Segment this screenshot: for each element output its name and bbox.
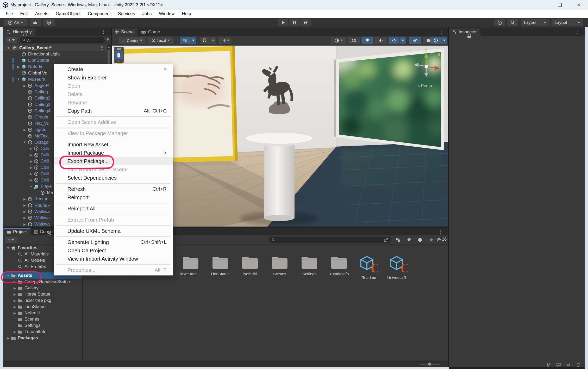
- menu-jobs[interactable]: Jobs: [139, 11, 155, 16]
- sync-icon[interactable]: [576, 362, 581, 367]
- project-search-input[interactable]: [269, 237, 391, 243]
- bell-slash-icon[interactable]: [546, 362, 551, 367]
- tab-inspector[interactable]: Inspector: [449, 28, 480, 36]
- thumbnail-zoom-slider[interactable]: [419, 364, 440, 365]
- message-bubble-icon[interactable]: [556, 362, 561, 367]
- menu-item-open-c-project[interactable]: Open C# Project: [54, 246, 173, 255]
- asset-tutorialinfo[interactable]: TutorialInfo: [325, 256, 353, 276]
- picker-icon[interactable]: [104, 38, 109, 42]
- menu-item-reimport-all[interactable]: Reimport All: [54, 204, 173, 213]
- asset-readme[interactable]: {}Readme: [355, 256, 383, 280]
- tab-hierarchy[interactable]: Hierarchy: [3, 28, 35, 36]
- menu-edit[interactable]: Edit: [16, 11, 31, 16]
- menu-window[interactable]: Window: [155, 11, 178, 16]
- picker-icon[interactable]: [384, 238, 388, 242]
- account-button[interactable]: AB: [4, 19, 28, 26]
- menu-services[interactable]: Services: [114, 11, 139, 16]
- hierarchy-search-input[interactable]: All: [20, 37, 105, 43]
- audio-toggle-button[interactable]: [375, 37, 387, 44]
- menu-item-show-in-explorer[interactable]: Show in Explorer: [54, 73, 173, 82]
- menu-item-copy-path[interactable]: Copy PathAlt+Ctrl+C: [54, 107, 173, 115]
- project-tree-scenes[interactable]: Scenes: [3, 316, 82, 322]
- asset-laxer-tree[interactable]: laxer tree ...: [177, 256, 205, 276]
- scene-visibility-button[interactable]: [409, 37, 421, 44]
- move-tool-button[interactable]: [115, 60, 123, 63]
- asset-nefertiti[interactable]: Nefertiti: [236, 256, 264, 276]
- scroll-up-icon[interactable]: ▲: [108, 45, 110, 48]
- effects-toggle-button[interactable]: [389, 37, 399, 44]
- effects-dropdown[interactable]: [400, 37, 406, 44]
- menu-item-export-package[interactable]: Export Package...: [54, 157, 173, 165]
- menu-item-generate-lighting[interactable]: Generate LightingCtrl+Shift+L: [54, 238, 173, 246]
- lock-icon[interactable]: [467, 34, 471, 38]
- collapse-arrow-icon[interactable]: ▼: [7, 46, 10, 50]
- slider-handle[interactable]: [428, 362, 431, 366]
- menu-item-import-new-asset[interactable]: Import New Asset...: [54, 140, 173, 149]
- scene-root-row[interactable]: ▼ Gallery_Scene* ⋮: [3, 45, 107, 51]
- maximize-button[interactable]: [553, 0, 567, 10]
- project-tree-gallery[interactable]: ▶Gallery: [3, 285, 82, 291]
- menu-item-import-package[interactable]: Import Package>: [54, 149, 173, 157]
- project-tree-horse-statue[interactable]: ▶Horse Statue: [3, 291, 82, 297]
- menu-item-create[interactable]: Create>: [54, 65, 173, 73]
- inspector-menu-icon[interactable]: ⋮: [575, 29, 580, 34]
- gizmos-dropdown[interactable]: [441, 37, 447, 44]
- grid-snap-button[interactable]: Y: [180, 37, 190, 44]
- project-menu-icon[interactable]: ⋮: [438, 229, 443, 234]
- hierarchy-menu-icon[interactable]: ⋮: [101, 29, 106, 34]
- layout-dropdown[interactable]: Layout: [552, 19, 583, 26]
- overlay-drag-handle[interactable]: [115, 48, 123, 50]
- project-tree-laxer-tree-pkg[interactable]: ▶laxer tree pkg: [3, 297, 82, 304]
- menu-component[interactable]: Component: [84, 11, 114, 16]
- favorites-filter-button[interactable]: [426, 236, 436, 243]
- minimize-button[interactable]: –: [534, 0, 548, 10]
- play-button[interactable]: [278, 19, 288, 26]
- project-tree-lionstatue[interactable]: ▶LionStatue: [3, 304, 82, 310]
- orientation-button[interactable]: Local: [148, 37, 174, 44]
- project-tree-tutorialinfo[interactable]: ▶TutorialInfo: [3, 329, 82, 335]
- menu-item-refresh[interactable]: RefreshCtrl+R: [54, 185, 173, 193]
- menu-item-reimport[interactable]: Reimport: [54, 193, 173, 202]
- project-tree-nefertiti[interactable]: ▶Nefertiti: [3, 310, 82, 316]
- menu-item-select-dependencies[interactable]: Select Dependencies: [54, 174, 173, 182]
- menu-file[interactable]: File: [2, 11, 16, 16]
- scene-panel-menu-icon[interactable]: ⋮: [439, 29, 444, 34]
- hierarchy-row-lionstatue[interactable]: LionStatue: [3, 57, 107, 64]
- pivot-mode-button[interactable]: Center: [118, 37, 146, 44]
- undo-history-button[interactable]: [494, 19, 505, 26]
- menu-help[interactable]: Help: [178, 11, 195, 16]
- tab-scene[interactable]: Scene: [112, 28, 137, 36]
- project-tree-creepyheadlessstatue[interactable]: ▶CreepyHeadlessStatue: [3, 279, 82, 285]
- project-tree-settings[interactable]: Settings: [3, 322, 82, 329]
- search-button[interactable]: [507, 19, 518, 26]
- gizmos-toggle-button[interactable]: [430, 37, 441, 44]
- lighting-toggle-button[interactable]: [361, 37, 373, 44]
- menu-item-view-in-import-activity-window[interactable]: View in Import Activity Window: [54, 255, 173, 263]
- shading-mode-button[interactable]: [331, 37, 346, 44]
- tab-project[interactable]: Project: [3, 228, 30, 235]
- hand-tool-button[interactable]: [115, 51, 123, 59]
- close-button[interactable]: ✕: [571, 0, 586, 10]
- pause-button[interactable]: [289, 19, 299, 26]
- packages-visibility-button[interactable]: [415, 236, 425, 243]
- hub-badge-button[interactable]: [43, 19, 55, 26]
- scene-row-menu-icon[interactable]: ⋮: [99, 45, 104, 50]
- asset-lionstatue[interactable]: LionStatue: [206, 256, 234, 276]
- menu-gameobject[interactable]: GameObject: [52, 11, 84, 16]
- asset-settings[interactable]: Settings: [295, 256, 323, 276]
- grid-snap-dropdown[interactable]: [190, 37, 196, 44]
- add-object-button[interactable]: +: [6, 37, 17, 43]
- project-tree-packages[interactable]: ▶Packages: [3, 335, 82, 341]
- 2d-toggle-button[interactable]: 2D: [348, 37, 360, 44]
- hidden-count-badge[interactable]: 16: [436, 237, 447, 242]
- snap-magnet-button[interactable]: [200, 37, 210, 44]
- asset-scenes[interactable]: Scenes: [266, 256, 294, 276]
- snap-increment-button[interactable]: [219, 37, 231, 44]
- eye-slash-icon[interactable]: [566, 362, 571, 367]
- layers-dropdown[interactable]: Layers: [521, 19, 549, 26]
- filter-label-button[interactable]: [404, 236, 414, 243]
- menu-item-update-uxml-schema[interactable]: Update UXML Schema: [54, 227, 173, 235]
- asset-universalr[interactable]: {}UniversalR...: [384, 256, 412, 280]
- menu-assets[interactable]: Assets: [32, 11, 52, 16]
- tab-game[interactable]: Game: [137, 28, 164, 36]
